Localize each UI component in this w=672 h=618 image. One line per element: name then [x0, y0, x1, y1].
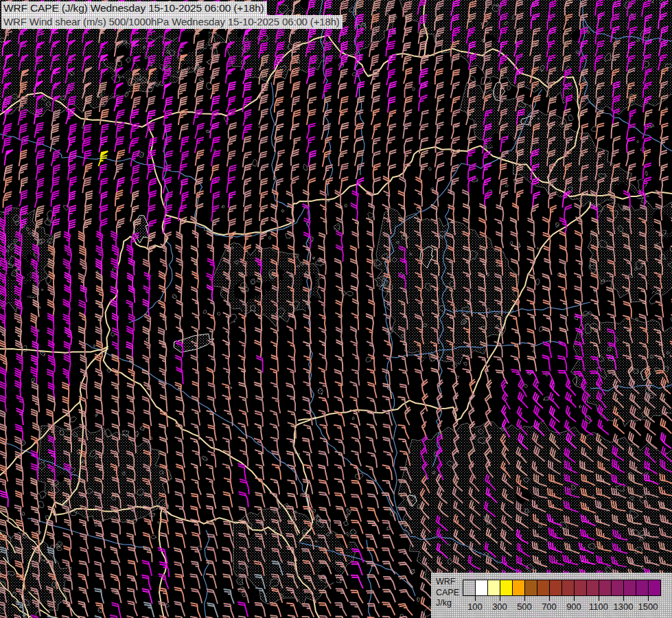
legend-cell-2: [488, 580, 500, 595]
legend-cell-3: [500, 580, 513, 595]
legend-tickmark-700: [549, 595, 550, 601]
legend-name-line1: WRF: [436, 577, 459, 588]
legend-colorbar: [463, 580, 661, 596]
legend-cell-14: [636, 580, 649, 595]
legend-ticklabel-1500: 1500: [634, 602, 662, 612]
weather-map-screen: WRF CAPE (J/kg) Wednesday 15-10-2025 06:…: [0, 0, 672, 618]
title-cape-text: WRF CAPE (J/kg) Wednesday 15-10-2025 06:…: [3, 2, 264, 14]
legend-name-block: WRF CAPE J/kg: [436, 577, 459, 609]
legend-tickmark-100: [475, 595, 476, 601]
legend-tickmark-1100: [599, 595, 599, 601]
legend-cell-4: [513, 580, 525, 595]
legend-tickmark-1300: [623, 595, 624, 601]
legend-tickmark-900: [574, 595, 575, 601]
legend-ticklabel-300: 300: [486, 602, 513, 612]
legend-tickmark-500: [524, 595, 525, 601]
legend-ticklabel-500: 500: [511, 602, 538, 612]
legend-tickmark-1500: [648, 595, 649, 601]
title-windshear-text: WRF Wind shear (m/s) 500/1000hPa Wednesd…: [3, 16, 340, 27]
legend-ticklabel-900: 900: [560, 602, 588, 612]
weather-map-canvas: [0, 0, 672, 618]
legend-cell-13: [624, 580, 636, 595]
legend-tickmark-300: [500, 595, 500, 601]
legend-ticklabel-700: 700: [535, 602, 563, 612]
title-windshear: WRF Wind shear (m/s) 500/1000hPa Wednesd…: [1, 15, 343, 29]
legend-cell-10: [587, 580, 599, 595]
legend-cell-5: [525, 580, 537, 595]
legend-cell-0: [463, 580, 476, 595]
title-cape: WRF CAPE (J/kg) Wednesday 15-10-2025 06:…: [1, 1, 267, 15]
legend-cell-7: [550, 580, 562, 595]
legend-cell-9: [575, 580, 587, 595]
legend-name-line3: J/kg: [436, 598, 459, 609]
legend-cell-12: [612, 580, 624, 595]
legend-cell-6: [537, 580, 550, 595]
legend-name-line2: CAPE: [436, 588, 459, 599]
legend-cell-15: [649, 580, 660, 595]
legend-cell-11: [599, 580, 612, 595]
legend-cell-8: [562, 580, 575, 595]
legend-ticklabel-1100: 1100: [585, 602, 612, 612]
cape-legend: WRF CAPE J/kg 10030050070090011001300150…: [431, 573, 672, 618]
legend-ticklabel-1300: 1300: [610, 602, 637, 612]
legend-cell-1: [476, 580, 488, 595]
legend-ticklabel-100: 100: [461, 602, 489, 612]
